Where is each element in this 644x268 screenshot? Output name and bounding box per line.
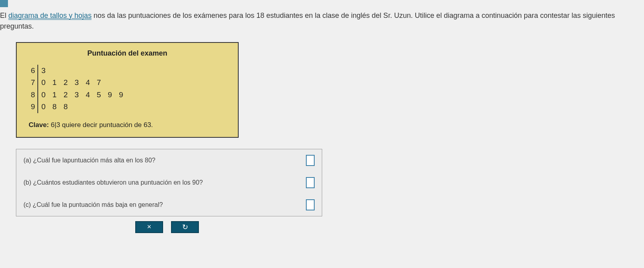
answer-box: (a) ¿Cuál fue lapuntuación más alta en l… <box>16 149 322 216</box>
stem-leaf-link[interactable]: diagrama de tallos y hojas <box>8 12 91 20</box>
stem: 6 <box>29 65 38 77</box>
answer-c-input[interactable] <box>306 199 315 210</box>
answer-b-input[interactable] <box>306 177 315 188</box>
question-c-text: (c) ¿Cuál fue la puntuación más baja en … <box>23 201 163 208</box>
stem-leaf-title: Puntuación del examen <box>25 49 230 58</box>
question-prefix: El <box>0 12 8 19</box>
clave-stem: 6 <box>51 121 54 129</box>
question-text: El diagrama de tallos y hojas nos da las… <box>0 10 644 38</box>
question-b-text: (b) ¿Cuántos estudiantes obtuvieron una … <box>23 179 203 186</box>
close-icon: × <box>147 223 152 231</box>
prev-button[interactable]: × <box>135 221 163 233</box>
refresh-icon: ↻ <box>182 223 188 231</box>
button-row: × ↻ <box>135 221 644 233</box>
leaves: 0 1 2 3 4 5 9 9 <box>38 89 126 101</box>
next-button[interactable]: ↻ <box>171 221 199 233</box>
clave-leaf: 3 <box>56 121 60 129</box>
stem-leaf-row: 6 3 <box>29 65 230 77</box>
leaves: 0 1 2 3 4 7 <box>38 77 103 89</box>
stem-leaf-table: 6 3 7 0 1 2 3 4 7 8 0 1 2 3 4 5 9 9 9 0 … <box>29 65 230 113</box>
stem-leaf-box: Puntuación del examen 6 3 7 0 1 2 3 4 7 … <box>16 42 239 138</box>
answer-a-input[interactable] <box>306 155 315 166</box>
stem-leaf-row: 9 0 8 8 <box>29 101 230 113</box>
stem: 9 <box>29 101 38 113</box>
question-suffix: nos da las puntuaciones de los exámenes … <box>0 12 615 30</box>
clave: Clave: 6|3 quiere decir puntuación de 63… <box>29 121 230 129</box>
clave-label: Clave: <box>29 121 49 129</box>
leaves: 0 8 8 <box>38 101 70 113</box>
stem: 7 <box>29 77 38 89</box>
top-tab <box>0 0 8 7</box>
content-area: El diagrama de tallos y hojas nos da las… <box>0 7 644 233</box>
answer-row-c: (c) ¿Cuál fue la puntuación más baja en … <box>16 194 322 216</box>
stem-leaf-row: 7 0 1 2 3 4 7 <box>29 77 230 89</box>
question-a-text: (a) ¿Cuál fue lapuntuación más alta en l… <box>23 157 156 164</box>
answer-row-a: (a) ¿Cuál fue lapuntuación más alta en l… <box>16 149 322 172</box>
answer-row-b: (b) ¿Cuántos estudiantes obtuvieron una … <box>16 172 322 194</box>
clave-text: quiere decir puntuación de 63. <box>60 121 153 129</box>
leaves: 3 <box>38 65 48 77</box>
stem-leaf-row: 8 0 1 2 3 4 5 9 9 <box>29 89 230 101</box>
stem: 8 <box>29 89 38 101</box>
